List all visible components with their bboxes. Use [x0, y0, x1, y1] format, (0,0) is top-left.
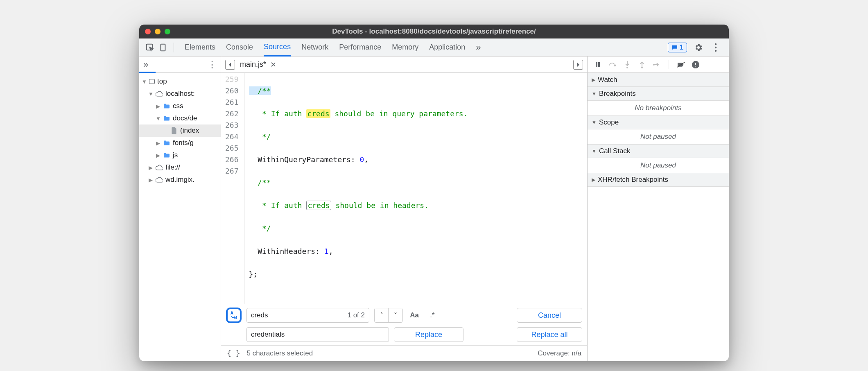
- cloud-icon: [156, 164, 163, 171]
- svg-point-13: [653, 64, 655, 66]
- tab-sources[interactable]: Sources: [264, 38, 291, 57]
- svg-point-2: [715, 43, 717, 45]
- divider: [669, 60, 669, 69]
- step-over-icon[interactable]: [608, 60, 617, 69]
- folder-icon: [163, 102, 170, 110]
- line-gutter: 259260261262263264265266267: [221, 73, 245, 304]
- replace-button[interactable]: Replace: [394, 327, 463, 342]
- editor-statusbar: { } 5 characters selected Coverage: n/a: [221, 345, 587, 361]
- step-icon[interactable]: [652, 60, 661, 69]
- tree-folder-css[interactable]: ▶ css: [139, 100, 221, 112]
- search-match-highlight: creds: [306, 109, 330, 118]
- section-callstack[interactable]: ▼Call Stack: [588, 144, 729, 158]
- main-area: » ⋮ ▼ top ▼ localhost: ▶ css: [139, 57, 729, 361]
- find-nav: ˄ ˅: [374, 308, 403, 323]
- section-breakpoints[interactable]: ▼Breakpoints: [588, 87, 729, 101]
- find-count: 1 of 2: [347, 311, 365, 319]
- tree-label: (index: [180, 127, 199, 135]
- panel-tabs: Elements Console Sources Network Perform…: [185, 38, 666, 57]
- navigator-pane: » ⋮ ▼ top ▼ localhost: ▶ css: [139, 57, 221, 361]
- svg-point-10: [614, 65, 615, 66]
- find-prev-button[interactable]: ˄: [375, 308, 389, 322]
- svg-point-4: [715, 50, 717, 51]
- find-next-button[interactable]: ˅: [389, 308, 402, 322]
- tab-application[interactable]: Application: [429, 38, 465, 57]
- deactivate-breakpoints-icon[interactable]: [676, 60, 685, 69]
- svg-rect-15: [695, 63, 696, 65]
- svg-text:B: B: [234, 315, 237, 320]
- section-scope[interactable]: ▼Scope: [588, 115, 729, 129]
- editor-pane: main.js* ✕ 259260261262263264265266267 /…: [221, 57, 588, 361]
- replace-input[interactable]: credentials: [246, 327, 389, 342]
- breakpoints-body: No breakpoints: [588, 101, 729, 115]
- regex-toggle[interactable]: .*: [426, 311, 439, 319]
- editor-tab-main[interactable]: main.js* ✕: [240, 60, 276, 69]
- cloud-icon: [156, 176, 163, 183]
- close-tab-icon[interactable]: ✕: [270, 60, 276, 69]
- editor-nav-prev-icon[interactable]: [225, 60, 235, 70]
- svg-rect-16: [695, 66, 696, 66]
- tree-label: top: [157, 77, 167, 86]
- settings-icon[interactable]: [693, 42, 704, 53]
- file-tree: ▼ top ▼ localhost: ▶ css ▼ docs/: [139, 73, 221, 188]
- tree-top-frame[interactable]: ▼ top: [139, 75, 221, 88]
- folder-icon: [163, 115, 170, 122]
- editor-tab-label: main.js*: [240, 60, 266, 69]
- tab-performance[interactable]: Performance: [339, 38, 381, 57]
- svg-point-12: [641, 67, 643, 68]
- tab-network[interactable]: Network: [301, 38, 328, 57]
- tree-label: docs/de: [173, 114, 197, 122]
- tree-label: js: [173, 151, 178, 159]
- match-case-toggle[interactable]: Aa: [408, 311, 421, 319]
- find-input[interactable]: creds 1 of 2: [246, 308, 369, 323]
- close-window-button[interactable]: [145, 29, 151, 34]
- tree-origin-imgix[interactable]: ▶ wd.imgix.: [139, 174, 221, 186]
- traffic-lights: [145, 29, 170, 34]
- editor-nav-next-icon[interactable]: [573, 60, 583, 70]
- toggle-replace-icon[interactable]: AB: [226, 308, 242, 323]
- more-tabs-icon[interactable]: »: [476, 42, 481, 53]
- tab-memory[interactable]: Memory: [392, 38, 418, 57]
- coverage-status: Coverage: n/a: [538, 349, 581, 357]
- errors-badge[interactable]: 1: [668, 43, 687, 52]
- svg-rect-1: [161, 44, 165, 51]
- navigator-expand-icon[interactable]: »: [143, 59, 148, 70]
- code-editor[interactable]: 259260261262263264265266267 /** * If aut…: [221, 73, 587, 304]
- tree-folder-docs[interactable]: ▼ docs/de: [139, 112, 221, 124]
- tree-origin-file[interactable]: ▶ file://: [139, 161, 221, 174]
- selection-status: 5 characters selected: [247, 349, 313, 357]
- window-title: DevTools - localhost:8080/docs/devtools/…: [139, 27, 729, 36]
- pretty-print-icon[interactable]: { }: [227, 349, 240, 357]
- kebab-menu-icon[interactable]: [710, 42, 721, 53]
- section-xhr[interactable]: ▶XHR/fetch Breakpoints: [588, 173, 729, 187]
- code-content[interactable]: /** * If auth creds should be in query p…: [245, 73, 472, 304]
- step-out-icon[interactable]: [637, 60, 646, 69]
- folder-icon: [163, 139, 170, 147]
- tree-file-index[interactable]: (index: [139, 124, 221, 137]
- replace-all-button[interactable]: Replace all: [517, 327, 582, 342]
- tree-folder-fonts[interactable]: ▶ fonts/g: [139, 137, 221, 149]
- pause-on-exceptions-icon[interactable]: [691, 60, 700, 69]
- search-match-current: creds: [306, 201, 331, 210]
- replace-value-text: credentials: [251, 330, 285, 339]
- tab-elements[interactable]: Elements: [185, 38, 215, 57]
- svg-rect-9: [598, 62, 600, 67]
- navigator-header: » ⋮: [139, 57, 221, 73]
- step-into-icon[interactable]: [623, 60, 632, 69]
- tree-folder-js[interactable]: ▶ js: [139, 149, 221, 161]
- cancel-button[interactable]: Cancel: [517, 308, 582, 323]
- scope-body: Not paused: [588, 129, 729, 144]
- minimize-window-button[interactable]: [155, 29, 160, 34]
- section-watch[interactable]: ▶Watch: [588, 73, 729, 87]
- titlebar: DevTools - localhost:8080/docs/devtools/…: [139, 25, 729, 38]
- inspect-element-icon[interactable]: [144, 42, 156, 53]
- navigator-menu-icon[interactable]: ⋮: [208, 59, 217, 70]
- svg-point-11: [626, 67, 628, 68]
- pause-icon[interactable]: [593, 60, 602, 69]
- tree-origin-localhost[interactable]: ▼ localhost:: [139, 88, 221, 100]
- divider: [174, 43, 174, 52]
- maximize-window-button[interactable]: [165, 29, 170, 34]
- device-toggle-icon[interactable]: [157, 42, 169, 53]
- debugger-pane: ▶Watch ▼Breakpoints No breakpoints ▼Scop…: [588, 57, 729, 361]
- tab-console[interactable]: Console: [226, 38, 253, 57]
